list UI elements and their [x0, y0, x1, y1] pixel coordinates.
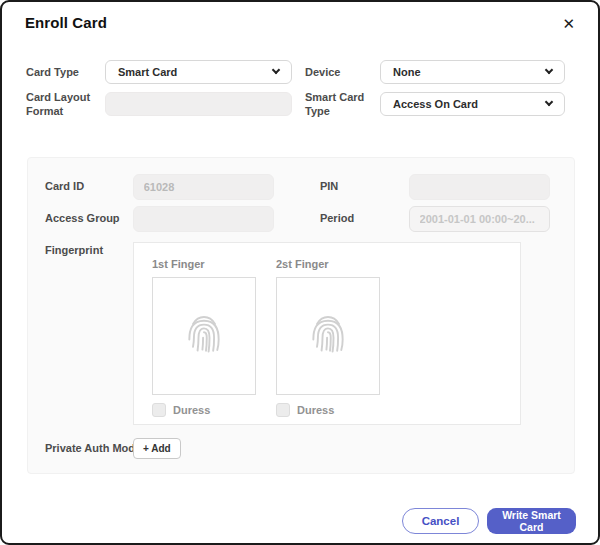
panel-row-2: Access Group Period — [45, 206, 550, 232]
chevron-down-icon — [545, 98, 553, 106]
fingerprint-label: Fingerprint — [45, 242, 133, 257]
finger-1-duress: Duress — [152, 403, 256, 417]
finger-col-2: 2st Finger — [276, 258, 380, 424]
card-id-label: Card ID — [45, 179, 133, 193]
fingerprint-section: Fingerprint 1st Finger — [45, 242, 550, 425]
panel-row-1: Card ID PIN — [45, 174, 550, 200]
card-layout-format-input[interactable] — [105, 92, 292, 116]
device-select[interactable]: None — [380, 60, 565, 84]
access-group-input[interactable] — [133, 206, 274, 232]
fingerprint-icon — [182, 311, 226, 361]
card-type-label: Card Type — [26, 65, 105, 79]
smart-card-type-label: Smart Card Type — [305, 90, 380, 119]
card-type-value: Smart Card — [118, 66, 177, 78]
finger-2-duress: Duress — [276, 403, 380, 417]
write-smart-card-button[interactable]: Write Smart Card — [487, 508, 576, 534]
pin-input[interactable] — [409, 174, 550, 200]
top-form: Card Type Smart Card Device None Card La… — [26, 60, 598, 119]
finger-1-scan-area[interactable] — [152, 277, 256, 395]
dialog-title: Enroll Card — [25, 14, 107, 31]
period-input[interactable] — [409, 206, 550, 232]
private-auth-mode-row: Private Auth Mode + Add — [45, 438, 550, 459]
duress-label: Duress — [297, 404, 334, 416]
card-layout-format-label: Card Layout Format — [26, 90, 105, 119]
close-icon[interactable]: ✕ — [559, 14, 578, 33]
finger-2-scan-area[interactable] — [276, 277, 380, 395]
duress-checkbox[interactable] — [276, 403, 290, 417]
card-type-select[interactable]: Smart Card — [105, 60, 292, 84]
cancel-button[interactable]: Cancel — [402, 508, 479, 534]
fingerprint-box: 1st Finger — [133, 242, 521, 425]
chevron-down-icon — [545, 66, 553, 74]
smart-card-type-value: Access On Card — [393, 98, 478, 110]
access-group-label: Access Group — [45, 211, 133, 225]
form-row-1: Card Type Smart Card Device None — [26, 60, 598, 84]
duress-checkbox[interactable] — [152, 403, 166, 417]
add-private-auth-button[interactable]: + Add — [133, 438, 181, 459]
period-label: Period — [320, 211, 409, 225]
dialog-header: Enroll Card ✕ — [2, 2, 598, 33]
dialog-footer: Cancel Write Smart Card — [402, 508, 576, 534]
duress-label: Duress — [173, 404, 210, 416]
fingerprint-icon — [306, 311, 350, 361]
finger-1-title: 1st Finger — [152, 258, 256, 270]
private-auth-mode-label: Private Auth Mode — [45, 441, 133, 455]
enroll-card-dialog: Enroll Card ✕ Card Type Smart Card Devic… — [0, 0, 600, 545]
card-detail-panel: Card ID PIN Access Group Period Fingerpr… — [27, 157, 575, 474]
card-id-input[interactable] — [133, 174, 274, 200]
pin-label: PIN — [320, 179, 409, 193]
form-row-2: Card Layout Format Smart Card Type Acces… — [26, 90, 598, 119]
finger-col-1: 1st Finger — [152, 258, 256, 424]
device-label: Device — [305, 65, 380, 79]
finger-2-title: 2st Finger — [276, 258, 380, 270]
chevron-down-icon — [272, 66, 280, 74]
device-value: None — [393, 66, 421, 78]
smart-card-type-select[interactable]: Access On Card — [380, 92, 565, 116]
